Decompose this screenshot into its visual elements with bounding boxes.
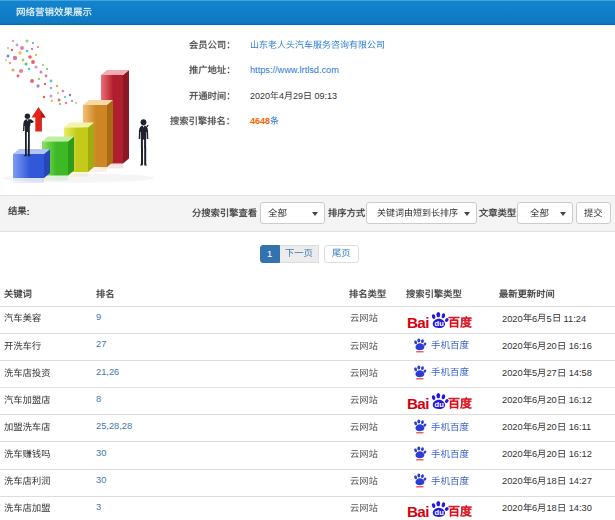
svg-text:Bai: Bai (407, 394, 429, 411)
svg-text:Bai: Bai (407, 313, 429, 330)
svg-text:du: du (435, 509, 445, 518)
svg-text:du: du (435, 400, 445, 409)
svg-text:Bai: Bai (407, 503, 429, 520)
svg-text:du: du (435, 319, 445, 328)
